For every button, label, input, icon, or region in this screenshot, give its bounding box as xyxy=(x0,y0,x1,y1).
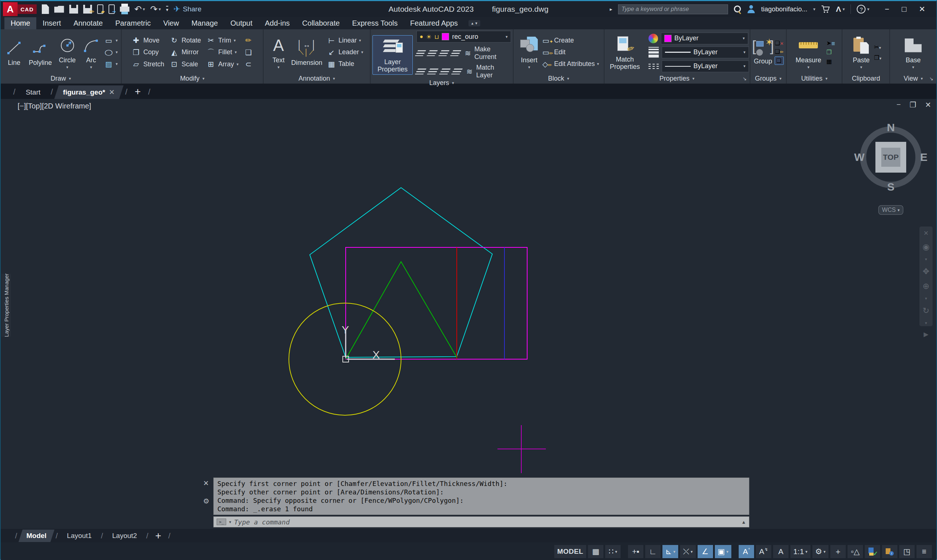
panel-clipboard-label[interactable]: Clipboard xyxy=(842,74,889,83)
tab-manage[interactable]: Manage xyxy=(185,17,224,29)
edit-attributes-dropdown[interactable]: ▾ xyxy=(597,62,599,66)
panel-draw-label[interactable]: Draw▾ xyxy=(1,74,121,83)
dimension-tool[interactable]: │↔│⟍│⟋ Dimension xyxy=(289,36,325,68)
base-dropdown[interactable]: ▾ xyxy=(912,65,914,70)
erase-tool[interactable]: ✏ xyxy=(244,36,253,45)
viewcube-south[interactable]: S xyxy=(887,181,894,193)
clean-screen-toggle[interactable]: ◳ xyxy=(899,545,915,558)
pan-icon[interactable]: ✥ xyxy=(923,267,929,276)
grid-display-toggle[interactable]: ▦ xyxy=(588,545,603,558)
panel-modify-label[interactable]: Modify▾ xyxy=(122,74,263,83)
properties-expander[interactable]: ↘ xyxy=(743,76,747,82)
quick-calculator-icon[interactable]: ▦ xyxy=(826,58,835,65)
group-edit-icon[interactable]: ❏✏ xyxy=(775,48,783,55)
object-snap-tracking-toggle[interactable]: ∠ xyxy=(698,545,713,558)
paste-dropdown[interactable]: ▾ xyxy=(860,65,863,70)
viewport-minimize-icon[interactable]: − xyxy=(897,100,901,109)
zoom-icon[interactable]: ⊕ xyxy=(923,282,929,291)
match-layer-button[interactable]: ≋Match Layer xyxy=(465,64,511,79)
file-tab-start[interactable]: Start xyxy=(19,86,47,99)
make-current-button[interactable]: ≋Make Current xyxy=(463,45,511,61)
select-similar-icon[interactable]: ❐ xyxy=(826,49,835,56)
model-space-toggle[interactable]: MODEL xyxy=(554,545,586,558)
ribbon-display-toggle[interactable]: ▴▾ xyxy=(469,20,480,26)
new-layout-button[interactable]: + xyxy=(152,530,165,542)
fillet-dropdown[interactable]: ▾ xyxy=(235,50,237,55)
save-to-web-mobile-button[interactable]: ➜ xyxy=(109,5,115,14)
object-snap-toggle[interactable]: ▣▾ xyxy=(715,545,731,558)
array-tool[interactable]: ⊞Array▾ xyxy=(206,60,238,69)
undo-dropdown[interactable]: ▾ xyxy=(143,6,145,12)
drawing-canvas[interactable]: XY [−][Top][2D Wireframe] − ❐ ✕ Layer Pr… xyxy=(1,99,936,529)
panel-block-label[interactable]: Block▾ xyxy=(514,74,604,83)
copy-tool[interactable]: ❐Copy xyxy=(131,48,164,57)
navbar-caret-icon[interactable]: ▾ xyxy=(925,296,927,301)
leader-dropdown[interactable]: ▾ xyxy=(361,50,363,55)
isodraft-toggle[interactable]: ⤬▾ xyxy=(680,545,695,558)
polar-tracking-toggle[interactable]: ⊾▾ xyxy=(662,545,678,558)
navbar-caret-icon[interactable]: ▾ xyxy=(925,321,927,325)
navigation-bar[interactable]: ✕ ◉ ▾ ✥ ⊕ ▾ ↻ ▾ ▶ xyxy=(919,226,932,326)
rotate-tool[interactable]: ↻Rotate xyxy=(169,36,201,45)
tab-layout1[interactable]: Layout1 xyxy=(61,529,98,542)
polyline-tool[interactable]: Polyline xyxy=(27,36,54,68)
navbar-close-icon[interactable]: ✕ xyxy=(923,229,929,237)
ortho-mode-toggle[interactable]: ∟ xyxy=(645,545,661,558)
table-tool[interactable]: ▦Table xyxy=(327,60,363,69)
navbar-caret-icon[interactable]: ▾ xyxy=(925,257,927,262)
steering-wheel-icon[interactable]: ◉ xyxy=(922,242,929,252)
file-tab-close-icon[interactable]: ✕ xyxy=(109,88,115,96)
tab-collaborate[interactable]: Collaborate xyxy=(296,17,346,29)
open-file-button[interactable] xyxy=(54,6,64,13)
dynamic-input-toggle[interactable]: +▪ xyxy=(628,545,643,558)
viewport-close-icon[interactable]: ✕ xyxy=(925,100,931,109)
new-file-button[interactable] xyxy=(42,5,49,14)
linear-dimension-tool[interactable]: ⊢Linear▾ xyxy=(327,36,363,45)
snap-mode-toggle[interactable]: ∷▾ xyxy=(605,545,621,558)
layer-properties-button[interactable]: Layer Properties xyxy=(372,35,413,75)
rectangle-tool[interactable]: ▭▾ xyxy=(104,36,118,45)
insert-dropdown[interactable]: ▾ xyxy=(528,65,531,70)
lineweight-combo-dropdown[interactable]: ▾ xyxy=(743,50,746,55)
layer-thaw-all-icon[interactable] xyxy=(439,69,451,74)
arc-tool[interactable]: Arc ▾ xyxy=(81,34,102,71)
command-recent-dropdown[interactable]: ▾ xyxy=(229,520,231,525)
new-drawing-tab-button[interactable]: + xyxy=(131,86,145,99)
tab-addins[interactable]: Add-ins xyxy=(259,17,296,29)
tab-featured-apps[interactable]: Featured Apps xyxy=(404,17,464,29)
command-scroll-up-icon[interactable]: ▲ xyxy=(741,519,746,525)
app-store-cart-icon[interactable] xyxy=(821,5,830,13)
array-dropdown[interactable]: ▾ xyxy=(237,62,238,67)
create-block-button[interactable]: ▭✦Create xyxy=(542,36,599,45)
ellipse-dropdown[interactable]: ▾ xyxy=(116,50,118,55)
autoscale-toggle[interactable]: A↯ xyxy=(756,545,771,558)
viewcube-north[interactable]: N xyxy=(887,121,895,134)
hatch-dropdown[interactable]: ▾ xyxy=(116,62,118,66)
command-close-icon[interactable]: ✕ xyxy=(203,479,209,488)
graphics-performance[interactable]: ✓ xyxy=(865,545,880,558)
group-button[interactable]: [✶] Group xyxy=(752,38,773,66)
orbit-icon[interactable]: ↻ xyxy=(923,306,929,315)
tab-model[interactable]: Model xyxy=(18,529,54,542)
viewcube-east[interactable]: E xyxy=(920,151,928,163)
drawing-svg[interactable]: XY xyxy=(1,99,936,529)
edit-attributes-button[interactable]: ◇✏Edit Attributes▾ xyxy=(542,60,599,69)
search-input[interactable] xyxy=(618,5,728,14)
file-tab-figuras-geo[interactable]: figuras_geo* ✕ xyxy=(54,85,123,99)
fillet-tool[interactable]: ⌒Fillet▾ xyxy=(206,47,238,57)
panel-view-label[interactable]: View▾↘ xyxy=(890,74,936,83)
workspace-switching[interactable]: ⚙▾ xyxy=(812,545,828,558)
circle-tool[interactable]: Circle ▾ xyxy=(57,34,78,71)
quick-select-icon[interactable]: ➤≣ xyxy=(826,40,835,46)
object-color-combo[interactable]: ByLayer ▾ xyxy=(661,32,748,45)
save-button[interactable] xyxy=(69,5,78,14)
redo-dropdown[interactable]: ▾ xyxy=(159,6,161,12)
stretch-tool[interactable]: ▱Stretch xyxy=(131,60,164,69)
text-dropdown[interactable]: ▾ xyxy=(277,65,280,70)
save-as-button[interactable]: ✏ xyxy=(83,5,92,14)
linear-dropdown[interactable]: ▾ xyxy=(359,38,361,43)
lineweight-combo[interactable]: ByLayer ▾ xyxy=(662,46,749,58)
layer-isolate-icon[interactable] xyxy=(427,50,438,56)
viewport-controls-label[interactable]: [−][Top][2D Wireframe] xyxy=(18,102,91,110)
share-button[interactable]: ✈ Share xyxy=(173,5,201,14)
